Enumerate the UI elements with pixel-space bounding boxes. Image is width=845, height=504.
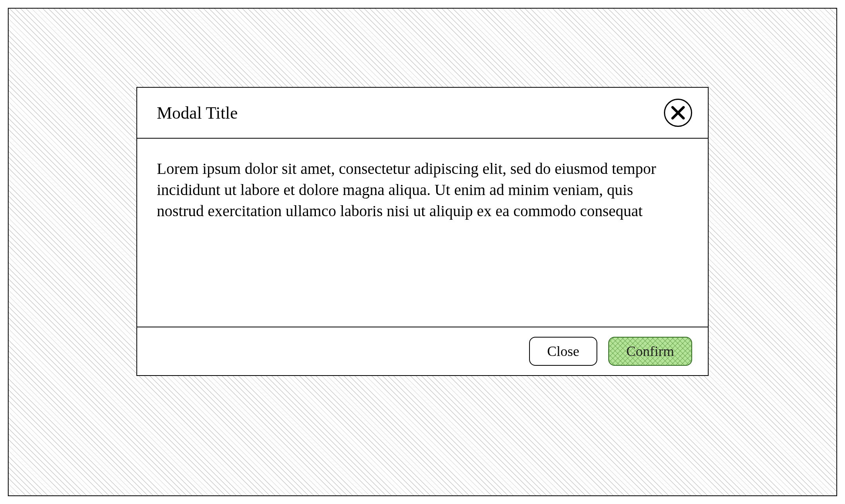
wireframe-canvas: Modal Title Lorem ipsum dolor sit amet, … [8,8,837,496]
modal-body-text: Lorem ipsum dolor sit amet, consectetur … [157,158,674,222]
modal-dialog: Modal Title Lorem ipsum dolor sit amet, … [136,87,709,376]
close-button[interactable]: Close [529,337,597,366]
modal-title: Modal Title [157,103,238,123]
modal-footer: Close Confirm [137,327,708,375]
modal-header: Modal Title [137,88,708,139]
confirm-button[interactable]: Confirm [608,337,692,366]
modal-body: Lorem ipsum dolor sit amet, consectetur … [137,139,708,327]
close-icon [670,105,686,121]
modal-close-button[interactable] [664,99,692,127]
